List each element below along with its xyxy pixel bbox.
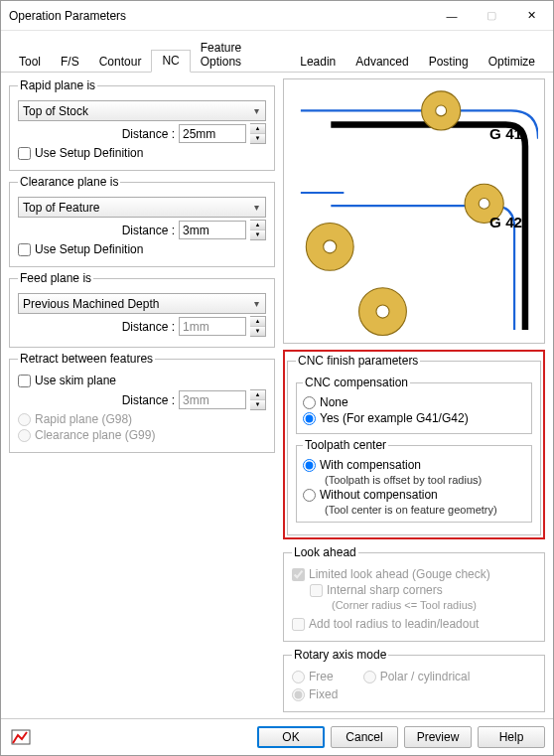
clearance-distance-spinner[interactable]: ▲ ▼: [250, 220, 266, 240]
use-skim-label: Use skim plane: [35, 374, 116, 387]
tp-without-label: Without compensation: [320, 488, 438, 502]
look-ahead-legend: Look ahead: [292, 545, 358, 559]
feed-distance-input: [179, 317, 246, 336]
retract-distance-input: [179, 390, 246, 409]
rapid-distance-input[interactable]: [179, 124, 246, 143]
spin-down-icon[interactable]: ▼: [250, 134, 265, 143]
app-icon: [9, 725, 33, 749]
help-button[interactable]: Help: [478, 726, 545, 748]
g41-label: G 41: [489, 125, 523, 142]
tab-tool[interactable]: Tool: [9, 52, 51, 73]
spin-up-icon: ▲: [250, 317, 265, 327]
retract-clearance-label: Clearance plane (G99): [35, 428, 155, 442]
rapid-plane-value: Top of Stock: [23, 104, 88, 118]
spin-up-icon: ▲: [250, 390, 265, 400]
svg-point-7: [376, 305, 389, 318]
tab-fs[interactable]: F/S: [51, 52, 89, 73]
cnc-compensation-legend: CNC compensation: [303, 376, 410, 389]
rotary-free-label: Free: [309, 670, 334, 683]
rotary-free-radio: [292, 671, 305, 683]
minimize-button[interactable]: —: [432, 2, 472, 30]
tab-nc[interactable]: NC: [151, 50, 190, 73]
compensation-preview: G 41 G 42: [283, 78, 545, 344]
tab-advanced[interactable]: Advanced: [346, 52, 418, 73]
toolpath-center-legend: Toolpath center: [303, 438, 388, 452]
tp-without-radio[interactable]: [303, 489, 316, 502]
retract-clearance-radio: [18, 429, 31, 442]
internal-sharp-checkbox: [310, 584, 323, 597]
preview-button[interactable]: Preview: [404, 726, 472, 748]
spin-down-icon: ▼: [250, 327, 265, 336]
dialog-content: Rapid plane is Top of Stock Distance : ▲…: [1, 73, 553, 718]
svg-point-3: [479, 198, 489, 209]
rapid-distance-label: Distance :: [115, 127, 175, 141]
feed-plane-group: Feed plane is Previous Machined Depth Di…: [9, 271, 275, 348]
rotary-fixed-label: Fixed: [309, 687, 338, 701]
limited-look-ahead-label: Limited look ahead (Gouge check): [309, 567, 490, 581]
tab-strip: Tool F/S Contour NC Feature Options Lead…: [1, 31, 553, 73]
cnc-compensation-group: CNC compensation None Yes (For example G…: [296, 376, 532, 434]
tp-with-label: With compensation: [320, 458, 421, 472]
rotary-fixed-radio: [292, 688, 305, 701]
cnc-finish-legend: CNC finish parameters: [296, 354, 420, 368]
tab-leadin[interactable]: Leadin: [290, 52, 346, 73]
tp-with-radio[interactable]: [303, 459, 316, 472]
left-column: Rapid plane is Top of Stock Distance : ▲…: [9, 78, 275, 714]
cancel-button[interactable]: Cancel: [331, 726, 398, 748]
rotary-polar-label: Polar / cylindrical: [380, 670, 471, 683]
tab-feature-options[interactable]: Feature Options: [191, 38, 290, 73]
add-tool-radius-label: Add tool radius to leadin/leadout: [309, 617, 479, 631]
retract-distance-spinner: ▲ ▼: [250, 389, 266, 410]
dialog-window: Operation Parameters — ▢ ✕ Tool F/S Cont…: [0, 0, 554, 756]
right-column: G 41 G 42 CNC finish parameters CNC comp…: [283, 78, 545, 714]
feed-distance-label: Distance :: [115, 320, 175, 334]
clearance-plane-value: Top of Feature: [23, 201, 99, 215]
rotary-legend: Rotary axis mode: [292, 648, 388, 662]
limited-look-ahead-checkbox: [292, 568, 305, 581]
rotary-polar-radio: [363, 671, 376, 683]
tab-contour[interactable]: Contour: [89, 52, 152, 73]
rotary-group: Rotary axis mode Free Polar / cylindrica…: [283, 648, 545, 712]
tp-with-desc: (Toolpath is offset by tool radius): [325, 474, 525, 486]
clearance-distance-input[interactable]: [179, 221, 246, 239]
tab-posting[interactable]: Posting: [419, 52, 479, 73]
comp-yes-label: Yes (For example G41/G42): [320, 411, 469, 425]
button-bar: OK Cancel Preview Help: [1, 718, 553, 755]
use-skim-checkbox[interactable]: [18, 375, 31, 387]
clearance-distance-label: Distance :: [115, 224, 175, 237]
feed-distance-spinner: ▲ ▼: [250, 316, 266, 337]
spin-down-icon[interactable]: ▼: [250, 230, 265, 239]
toolpath-center-group: Toolpath center With compensation (Toolp…: [296, 438, 532, 523]
spin-up-icon[interactable]: ▲: [250, 221, 265, 230]
retract-group: Retract between features Use skim plane …: [9, 352, 275, 453]
feed-plane-select[interactable]: Previous Machined Depth: [18, 293, 266, 314]
tab-optimize[interactable]: Optimize: [479, 52, 545, 73]
spin-up-icon[interactable]: ▲: [250, 124, 265, 134]
retract-legend: Retract between features: [18, 352, 155, 366]
svg-point-5: [324, 240, 337, 253]
clearance-plane-legend: Clearance plane is: [18, 175, 120, 189]
rapid-plane-legend: Rapid plane is: [18, 78, 97, 92]
rapid-plane-select[interactable]: Top of Stock: [18, 100, 266, 121]
tp-without-desc: (Tool center is on feature geometry): [325, 504, 525, 516]
retract-rapid-radio: [18, 413, 31, 426]
rapid-use-setup-checkbox[interactable]: [18, 147, 31, 160]
ok-button[interactable]: OK: [257, 726, 325, 748]
rapid-distance-spinner[interactable]: ▲ ▼: [250, 123, 266, 144]
internal-sharp-label: Internal sharp corners: [327, 583, 443, 597]
comp-yes-radio[interactable]: [303, 412, 316, 425]
rapid-plane-group: Rapid plane is Top of Stock Distance : ▲…: [9, 78, 275, 171]
cnc-finish-group: CNC finish parameters CNC compensation N…: [287, 354, 541, 535]
retract-rapid-label: Rapid plane (G98): [35, 412, 132, 426]
spin-down-icon: ▼: [250, 400, 265, 409]
add-tool-radius-checkbox: [292, 618, 305, 631]
close-button[interactable]: ✕: [511, 2, 551, 30]
window-title: Operation Parameters: [9, 9, 432, 23]
comp-none-radio[interactable]: [303, 396, 316, 409]
look-ahead-group: Look ahead Limited look ahead (Gouge che…: [283, 545, 545, 642]
title-bar: Operation Parameters — ▢ ✕: [1, 1, 553, 31]
clearance-plane-select[interactable]: Top of Feature: [18, 197, 266, 218]
clearance-use-setup-checkbox[interactable]: [18, 243, 31, 256]
feed-plane-legend: Feed plane is: [18, 271, 93, 285]
clearance-use-setup-label: Use Setup Definition: [35, 242, 143, 256]
